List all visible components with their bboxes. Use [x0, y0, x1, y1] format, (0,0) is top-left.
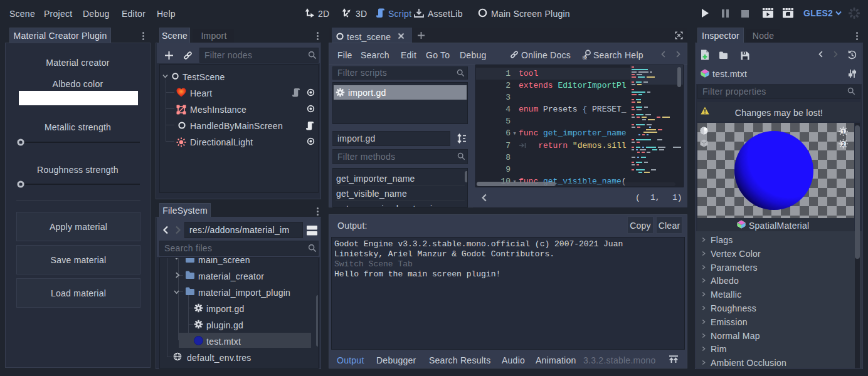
svg-text:2: 2 — [842, 141, 845, 147]
svg-text:DOC: DOC — [583, 56, 590, 60]
svg-text:1: 1 — [842, 128, 845, 135]
